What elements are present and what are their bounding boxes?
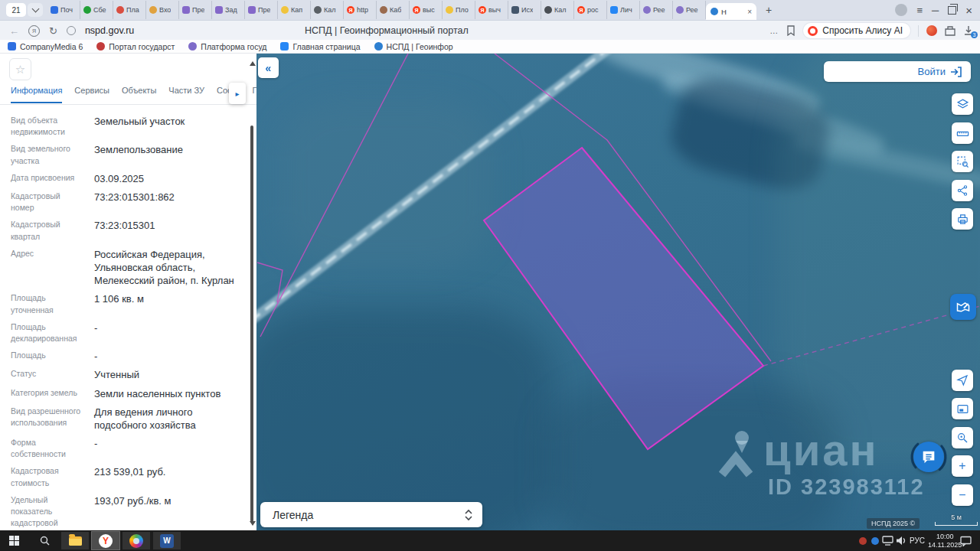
object-search-button[interactable] [952, 427, 973, 448]
back-icon[interactable]: ← [9, 26, 19, 36]
panel-tab[interactable]: Объекты [122, 86, 156, 103]
refresh-icon[interactable]: ↻ [49, 26, 57, 36]
tabs-scroll-right-button[interactable]: ▸ [229, 83, 246, 104]
network-icon [882, 536, 893, 546]
volume-status[interactable] [896, 530, 906, 551]
browser-tab[interactable]: Я рос [574, 1, 607, 19]
site-security-icon[interactable] [67, 26, 76, 35]
browser-home-icon[interactable]: Я [28, 25, 40, 37]
downloads-button[interactable]: 3 [963, 25, 974, 36]
share-button[interactable] [952, 180, 973, 201]
browser-tab[interactable]: Я выч [475, 1, 508, 19]
language-indicator[interactable]: РУС [910, 530, 925, 551]
browser-tab[interactable]: Зад [212, 1, 245, 19]
attribute-row: Форма собственности - [11, 437, 242, 460]
tray-icon-2[interactable] [871, 530, 879, 551]
taskbar-browser-sphere[interactable] [122, 532, 150, 549]
tab-favicon [248, 6, 256, 14]
browser-tab[interactable]: Сбе [80, 1, 113, 19]
attribute-label: Площадь уточненная [11, 292, 94, 315]
browser-tab[interactable]: Каб [377, 1, 410, 19]
more-icon[interactable]: … [769, 26, 779, 35]
zoom-out-button[interactable]: − [952, 484, 973, 506]
area-select-button[interactable] [952, 151, 973, 172]
chat-button[interactable] [913, 442, 944, 472]
browser-tab[interactable]: Я выс [410, 1, 443, 19]
network-status[interactable] [882, 530, 893, 551]
measure-button[interactable] [952, 122, 973, 144]
browser-tab[interactable]: Пла [113, 1, 146, 19]
start-button-icon[interactable] [9, 536, 19, 546]
chat-bubble-icon [920, 448, 937, 465]
browser-tab[interactable]: Лич [607, 1, 640, 19]
panel-scrollbar[interactable] [248, 55, 256, 529]
alice-ai-button[interactable]: Спросить Алису AI [803, 23, 910, 38]
selected-parcel[interactable] [484, 148, 763, 449]
taskbar-file-explorer[interactable] [61, 532, 89, 549]
browser-tab[interactable]: Кал [541, 1, 574, 19]
address-bar-actions: … Спросить Алису AI 3 [769, 21, 974, 41]
panel-tab[interactable]: Сервисы [74, 86, 109, 103]
extension-icon[interactable] [926, 25, 937, 36]
url-text[interactable]: nspd.gov.ru [85, 25, 134, 36]
browser-tab[interactable]: Вхо [146, 1, 179, 19]
window-close-button[interactable]: × [965, 5, 972, 16]
print-button[interactable] [952, 208, 973, 230]
locate-button[interactable] [952, 370, 973, 391]
scroll-up-icon[interactable] [250, 61, 256, 66]
browser-tab[interactable]: Исх [508, 1, 541, 19]
browser-tab-active[interactable]: Н × [706, 3, 756, 20]
browser-tab[interactable]: Я http [344, 1, 377, 19]
browser-tab[interactable]: Кап [278, 1, 311, 19]
layers-icon [956, 98, 969, 111]
taskbar-yandex-browser-active[interactable]: Y [92, 532, 119, 549]
browser-tab[interactable]: Рее [640, 1, 673, 19]
profile-avatar[interactable] [895, 4, 907, 16]
panel-tab[interactable]: Информация [11, 86, 62, 103]
legend-dropdown[interactable]: Легенда [260, 502, 482, 527]
browser-tab[interactable]: Пло [443, 1, 475, 19]
browser-tab[interactable]: Рее [673, 1, 706, 19]
browser-tab[interactable]: Пре [179, 1, 212, 19]
tab-label: выс [423, 6, 435, 14]
browser-tab[interactable]: Кал [311, 1, 344, 19]
bookmark-item[interactable]: Главная страница [280, 42, 360, 51]
scale-bar [935, 522, 978, 526]
bookmark-item[interactable]: НСПД | Геоинфор [374, 42, 453, 51]
zoom-in-button[interactable]: + [952, 455, 973, 477]
login-button[interactable]: Войти [824, 61, 971, 82]
layers-button[interactable] [952, 93, 973, 115]
bookmark-item[interactable]: Портал государст [96, 42, 175, 51]
attribute-label: Вид земельного участка [11, 143, 94, 166]
taskbar-search-icon[interactable] [40, 536, 50, 546]
overview-map-button[interactable] [952, 398, 973, 419]
window-restore-button[interactable] [948, 6, 956, 15]
tray-icon-1[interactable] [859, 530, 867, 551]
tab-label: выч [488, 6, 501, 14]
tab-list-dropdown[interactable] [28, 3, 43, 17]
bookmark-icon[interactable] [786, 25, 795, 36]
notification-center[interactable] [960, 530, 972, 551]
bookmark-item[interactable]: CompanyMedia 6 [8, 42, 83, 51]
window-minimize-button[interactable]: ─ [932, 5, 939, 15]
collapse-panel-button[interactable]: « [258, 57, 279, 78]
collections-icon[interactable] [945, 26, 956, 36]
map-canvas[interactable]: циан ID 323983112 « Войти [256, 54, 980, 530]
browser-tab[interactable]: Пре [245, 1, 278, 19]
browser-menu-button[interactable]: ≡ [916, 5, 923, 15]
word-icon: W [160, 534, 174, 548]
attribute-value: 73:23:015301 [94, 219, 242, 242]
taskbar-word[interactable]: W [153, 532, 181, 549]
tab-counter[interactable]: 21 [6, 3, 26, 17]
bookmark-item[interactable]: Платформа госуд [188, 42, 266, 51]
favorite-star-button[interactable]: ☆ [9, 58, 31, 80]
clock[interactable]: 10:00 14.11.2025 [928, 530, 962, 551]
annotate-tool-button-active[interactable] [950, 294, 976, 320]
new-tab-button[interactable]: + [761, 2, 776, 18]
scrollbar-thumb[interactable] [250, 126, 253, 522]
tab-label: Зад [225, 6, 237, 14]
panel-tab[interactable]: Части ЗУ [168, 86, 204, 103]
scroll-down-icon[interactable] [250, 521, 256, 526]
tab-close-icon[interactable]: × [747, 8, 752, 16]
browser-tab[interactable]: Поч [47, 1, 80, 19]
